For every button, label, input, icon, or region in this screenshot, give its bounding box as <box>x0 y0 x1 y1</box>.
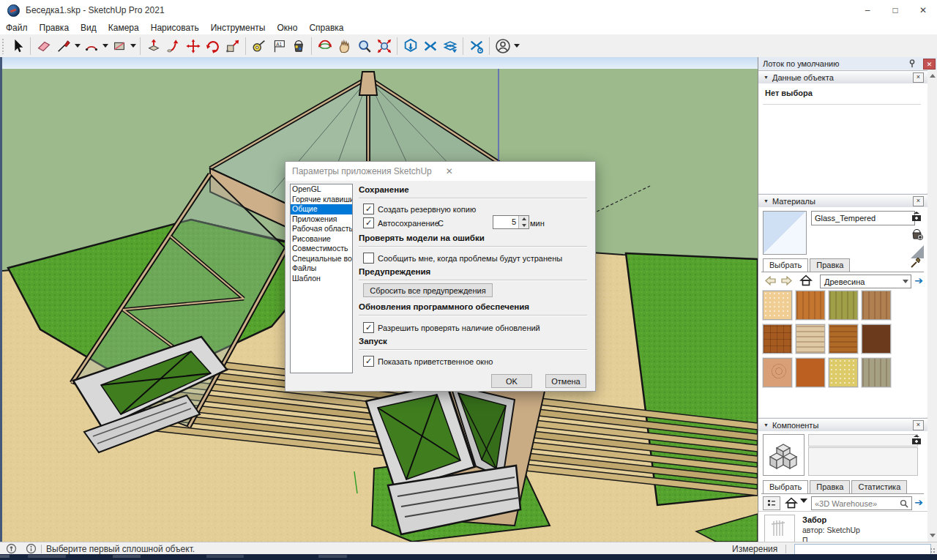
spinner-up-icon[interactable] <box>519 216 529 223</box>
component-result-row[interactable]: Забор автор: SketchUp П <box>758 511 927 542</box>
allow-updates-checkbox[interactable]: ✓ <box>363 322 374 333</box>
tray-close-icon[interactable]: ✕ <box>923 59 936 70</box>
scroll-down-icon[interactable] <box>928 531 936 540</box>
components-header[interactable]: ▼ Компоненты × <box>758 418 927 432</box>
menu-Вид[interactable]: Вид <box>75 22 102 34</box>
search-icon[interactable] <box>900 499 908 508</box>
category-Шаблон[interactable]: Шаблон <box>291 274 352 284</box>
credits-info-icon[interactable] <box>26 543 37 554</box>
menu-Нарисовать[interactable]: Нарисовать <box>145 22 205 34</box>
material-name-input[interactable]: Glass_Tempered <box>811 211 915 225</box>
line-tool-dropdown[interactable] <box>73 36 81 56</box>
resize-grip[interactable] <box>930 548 936 553</box>
autosave-checkbox-row[interactable]: ✓ Автосохранение С 5 мин <box>363 217 587 228</box>
orbit-tool[interactable] <box>315 36 335 56</box>
tray-header[interactable]: Лоток по умолчанию <box>758 57 937 70</box>
view-options-button[interactable] <box>763 496 780 510</box>
dialog-category-list[interactable]: OpenGLГорячие клавишиОбщиеПриложенияРабо… <box>290 184 353 373</box>
autosave-interval-value[interactable]: 5 <box>493 216 518 228</box>
collapse-icon[interactable]: ▼ <box>764 422 769 428</box>
tab-select[interactable]: Выбрать <box>763 258 808 272</box>
material-swatch-4[interactable] <box>862 291 891 320</box>
select-tool[interactable] <box>7 36 27 56</box>
secondary-pane-icon[interactable] <box>911 211 922 222</box>
category-OpenGL[interactable]: OpenGL <box>291 184 352 195</box>
material-swatch-8[interactable] <box>862 324 891 354</box>
tab-edit[interactable]: Правка <box>810 480 850 493</box>
dialog-close-icon[interactable]: ✕ <box>438 162 460 181</box>
minimize-button[interactable]: – <box>854 0 881 20</box>
rotate-tool[interactable] <box>203 36 223 56</box>
dialog-title-bar[interactable]: Параметры приложения SketchUp ✕ <box>285 162 595 181</box>
menu-Инструменты[interactable]: Инструменты <box>205 22 272 34</box>
move-tool[interactable] <box>183 36 203 56</box>
materials-header[interactable]: ▼ Материалы × <box>758 194 927 208</box>
tab-select[interactable]: Выбрать <box>763 480 808 493</box>
material-swatch-7[interactable] <box>829 324 858 354</box>
entity-info-header[interactable]: ▼ Данные объекта × <box>758 70 927 84</box>
category-Общие[interactable]: Общие <box>291 204 352 214</box>
menu-Окно[interactable]: Окно <box>271 22 303 34</box>
material-collection-dropdown[interactable]: Древесина <box>820 275 911 288</box>
ok-button[interactable]: OK <box>491 374 532 388</box>
scroll-up-icon[interactable] <box>928 71 936 80</box>
component-name-field[interactable] <box>808 434 918 447</box>
tray-scrollbar[interactable] <box>927 71 937 540</box>
material-swatch-3[interactable] <box>829 291 858 320</box>
autosave-interval-spinner[interactable]: 5 <box>493 215 529 229</box>
category-Горячие клавиши[interactable]: Горячие клавиши <box>291 195 352 205</box>
geolocation-icon[interactable] <box>6 543 17 554</box>
backup-checkbox-row[interactable]: ✓ Создать резервную копию <box>363 204 476 214</box>
tape-measure-tool[interactable] <box>249 36 269 56</box>
extension-manager-icon[interactable] <box>466 36 486 56</box>
menu-Справка[interactable]: Справка <box>303 22 349 34</box>
warehouse-search-input[interactable]: «3D Warehouse» <box>811 496 912 510</box>
category-Файлы[interactable]: Файлы <box>291 264 352 274</box>
rectangle-tool[interactable] <box>109 36 129 56</box>
scale-tool[interactable] <box>223 36 242 56</box>
maximize-button[interactable]: □ <box>881 0 909 20</box>
cancel-button[interactable]: Отмена <box>545 374 586 388</box>
material-swatch-9[interactable] <box>763 358 792 387</box>
materials-close-icon[interactable]: × <box>913 196 924 206</box>
secondary-pane-icon[interactable] <box>911 434 922 445</box>
menu-Камера[interactable]: Камера <box>102 22 145 34</box>
details-arrow-icon[interactable]: ➔ <box>914 496 923 508</box>
autosave-checkbox[interactable]: ✓ <box>363 217 374 228</box>
arc-tool[interactable] <box>81 36 101 56</box>
follow-me-tool[interactable] <box>163 36 183 56</box>
close-button[interactable]: ✕ <box>909 0 937 20</box>
rectangle-tool-dropdown[interactable] <box>129 36 137 56</box>
tab-edit[interactable]: Правка <box>810 258 850 272</box>
line-tool[interactable] <box>53 36 73 56</box>
forward-arrow-icon[interactable] <box>780 275 793 287</box>
home-icon[interactable] <box>799 274 813 287</box>
notify-checkbox-row[interactable]: Сообщить мне, когда проблемы будут устра… <box>363 253 562 264</box>
zoom-extents-tool[interactable] <box>374 36 394 56</box>
push-pull-tool[interactable] <box>143 36 163 56</box>
notify-checkbox[interactable] <box>363 253 374 264</box>
menu-Файл[interactable]: Файл <box>0 22 34 34</box>
material-swatch-1[interactable] <box>763 291 792 320</box>
paint-bucket-tool[interactable] <box>288 36 308 56</box>
entity-info-close-icon[interactable]: × <box>913 72 924 83</box>
category-Приложения[interactable]: Приложения <box>291 214 352 225</box>
details-arrow-icon[interactable]: ➔ <box>914 275 923 286</box>
home-icon[interactable] <box>785 496 798 509</box>
text-tool[interactable]: A1 <box>269 36 288 56</box>
backup-checkbox[interactable]: ✓ <box>363 204 374 214</box>
zoom-tool[interactable] <box>354 36 374 56</box>
pin-icon[interactable] <box>908 59 916 68</box>
category-Рисование[interactable]: Рисование <box>291 234 352 244</box>
account-icon[interactable] <box>493 36 512 56</box>
toolbar-drag-handle[interactable] <box>1 38 5 54</box>
component-result-title[interactable]: Забор <box>802 515 826 524</box>
components-close-icon[interactable]: × <box>913 420 924 430</box>
component-description-field[interactable] <box>808 447 918 476</box>
menu-Правка[interactable]: Правка <box>34 22 75 34</box>
measurements-input[interactable] <box>794 544 931 555</box>
category-Совместимость[interactable]: Совместимость <box>291 244 352 254</box>
share-component-icon[interactable] <box>440 36 460 56</box>
chevron-down-icon[interactable] <box>800 499 807 507</box>
spinner-down-icon[interactable] <box>519 223 529 229</box>
